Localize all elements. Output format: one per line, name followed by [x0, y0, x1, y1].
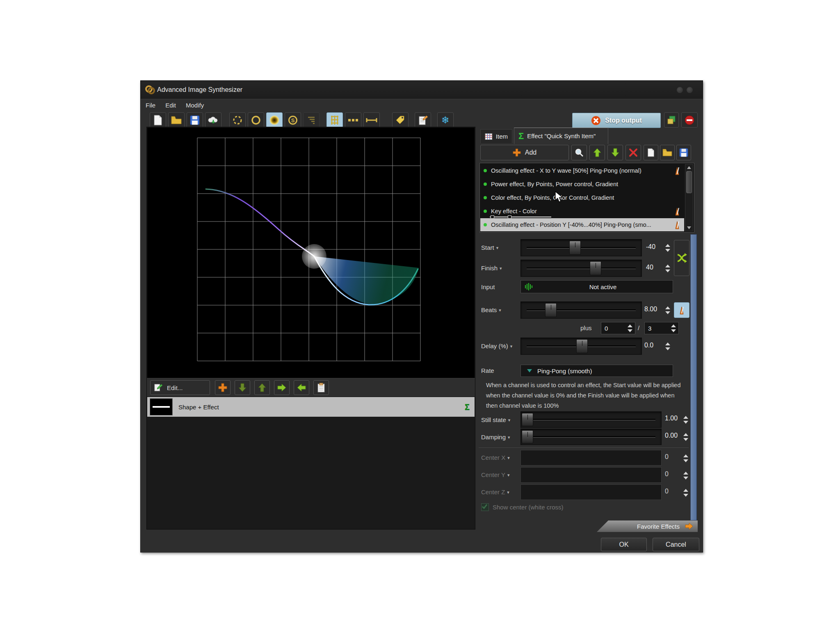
edit-button[interactable]: Edit...	[150, 380, 210, 395]
start-spinner[interactable]	[664, 241, 671, 255]
input-state-box[interactable]: Not active	[520, 280, 673, 293]
effect-row-2[interactable]: Power effect, By Points, Power control, …	[480, 178, 684, 191]
s-shape-tool-button[interactable]: S	[285, 112, 301, 128]
swap-start-finish-button[interactable]	[674, 240, 689, 276]
scroll-down-icon[interactable]	[687, 226, 691, 229]
swap-icon	[676, 253, 687, 263]
effect-row-3[interactable]: Color effect, By Points, Color Control, …	[480, 191, 684, 204]
damping-handle[interactable]	[522, 430, 533, 443]
damping-slider[interactable]	[520, 429, 662, 445]
save-button[interactable]	[187, 112, 203, 128]
dots-tool-button[interactable]	[345, 112, 361, 128]
clipboard-icon	[317, 383, 325, 393]
paste-notes-button[interactable]	[313, 380, 329, 395]
laser-preview[interactable]	[147, 128, 475, 378]
minimize-button[interactable]	[677, 87, 683, 93]
delay-slider-handle[interactable]	[576, 339, 588, 353]
still-state-label[interactable]: Still state	[481, 416, 510, 423]
damping-spinner[interactable]	[682, 430, 689, 443]
move-left-button[interactable]	[294, 380, 309, 395]
still-state-spinner[interactable]	[682, 413, 689, 426]
effect-row-5-selected[interactable]: Oscillating effect - Position Y [-40%...…	[480, 218, 684, 231]
finish-label[interactable]: Finish	[481, 265, 502, 272]
start-value[interactable]: -40	[646, 243, 655, 251]
still-state-value[interactable]: 1.00	[665, 415, 678, 422]
plus-spinner[interactable]	[626, 323, 634, 333]
circle-tool-button[interactable]	[248, 112, 264, 128]
dashed-circle-tool-button[interactable]	[229, 112, 246, 128]
beats-metronome-button[interactable]	[674, 302, 689, 318]
finish-slider-handle[interactable]	[590, 261, 601, 275]
finish-slider[interactable]	[520, 260, 642, 277]
add-effect-button[interactable]: Add	[480, 145, 569, 160]
stop-output-button[interactable]: Stop output	[572, 113, 661, 128]
beats-value[interactable]: 8.00	[644, 306, 657, 313]
move-up-button[interactable]	[254, 380, 270, 395]
move-down-button[interactable]	[235, 380, 250, 395]
start-slider[interactable]	[520, 239, 642, 256]
center-z-spinner[interactable]	[682, 486, 689, 499]
search-effect-button[interactable]	[571, 145, 587, 160]
open-button[interactable]	[168, 112, 185, 128]
channel-note-text: When a channel is used to control an eff…	[486, 380, 685, 411]
blackout-button[interactable]	[681, 112, 698, 128]
beats-label[interactable]: Beats	[481, 306, 501, 313]
delay-label[interactable]: Delay (%)	[481, 342, 512, 349]
center-x-spinner[interactable]	[682, 452, 689, 465]
shape-list-row[interactable]: Shape + Effect Σ	[147, 397, 475, 417]
delay-slider[interactable]	[520, 338, 642, 355]
delete-effect-button[interactable]	[625, 145, 641, 160]
ok-button[interactable]: OK	[601, 538, 647, 551]
notes-button[interactable]	[415, 112, 431, 128]
grid-toggle-button[interactable]	[326, 112, 343, 128]
beats-slider-handle[interactable]	[545, 303, 557, 317]
new-effect-list-button[interactable]	[644, 145, 658, 160]
center-y-spinner[interactable]	[682, 469, 689, 482]
still-state-handle[interactable]	[522, 413, 533, 426]
effect-list-scrollbar[interactable]	[685, 164, 693, 231]
add-shape-button[interactable]	[215, 380, 231, 395]
beats-slider[interactable]	[520, 301, 642, 319]
menu-modify[interactable]: Modify	[181, 100, 209, 110]
cloud-save-button[interactable]	[205, 112, 221, 128]
close-button[interactable]	[687, 87, 693, 93]
still-state-slider[interactable]	[520, 411, 662, 428]
damping-value[interactable]: 0.00	[665, 432, 678, 439]
menu-edit[interactable]: Edit	[160, 100, 181, 110]
damping-label[interactable]: Damping	[481, 434, 510, 441]
effect-row-1[interactable]: Oscillating effect - X to Y wave [50%] P…	[480, 164, 684, 177]
params-scrollbar[interactable]	[690, 234, 697, 520]
freeze-button[interactable]: ❄	[437, 112, 454, 128]
move-right-button[interactable]	[274, 380, 290, 395]
layers-button[interactable]	[664, 112, 679, 128]
line-span-icon	[366, 117, 377, 123]
scroll-up-icon[interactable]	[687, 166, 691, 169]
cancel-button[interactable]: Cancel	[653, 538, 699, 551]
finish-value[interactable]: 40	[646, 264, 653, 271]
open-effect-button[interactable]	[660, 145, 675, 160]
delay-spinner[interactable]	[664, 339, 671, 353]
menu-file[interactable]: File	[141, 100, 160, 110]
start-label[interactable]: Start	[481, 244, 498, 251]
beats-spinner[interactable]	[664, 303, 671, 317]
key-effect-timeline[interactable]	[490, 217, 551, 217]
fade-lines-tool-button[interactable]	[303, 112, 320, 128]
per-spinner[interactable]	[670, 323, 677, 333]
title-bar[interactable]: Advanced Image Synthesizer	[141, 81, 703, 99]
filled-circle-tool-button[interactable]	[266, 112, 283, 128]
rate-dropdown[interactable]: Ping-Pong (smooth)	[520, 365, 673, 377]
scroll-thumb[interactable]	[686, 171, 692, 193]
effect-move-up-button[interactable]	[589, 145, 605, 160]
tab-effect[interactable]: Σ Effect "Quick Synth Item"	[514, 128, 608, 144]
effect-move-down-button[interactable]	[607, 145, 623, 160]
start-slider-handle[interactable]	[569, 241, 581, 255]
tag-tool-button[interactable]	[392, 112, 409, 128]
save-effect-button[interactable]	[676, 145, 691, 160]
new-document-button[interactable]	[150, 112, 166, 128]
tab-item[interactable]: Item	[480, 129, 512, 143]
delay-value[interactable]: 0.0	[644, 342, 653, 349]
finish-spinner[interactable]	[664, 261, 671, 275]
favorite-effects-button[interactable]: Favorite Effects	[597, 520, 698, 532]
show-center-checkbox[interactable]	[481, 503, 489, 511]
line-span-tool-button[interactable]	[363, 112, 380, 128]
